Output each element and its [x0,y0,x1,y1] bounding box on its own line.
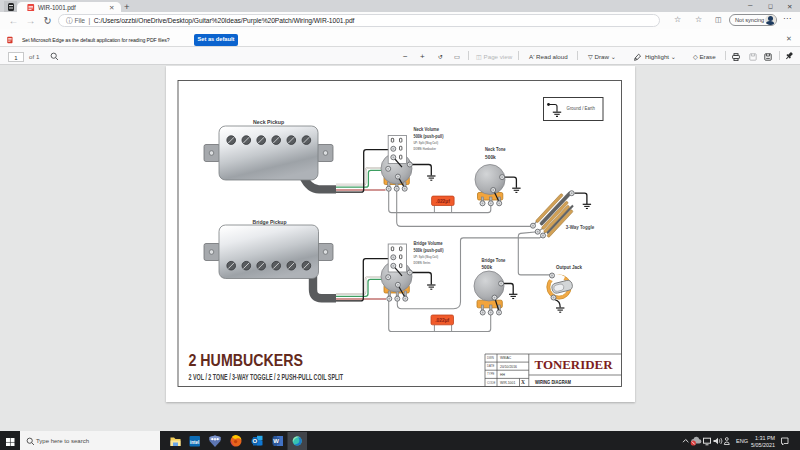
svg-text:500k: 500k [481,264,492,270]
svg-text:HH: HH [500,373,505,377]
svg-text:20/10/2016: 20/10/2016 [500,365,517,369]
svg-text:DOWN: Humbucker: DOWN: Humbucker [414,146,437,151]
svg-text:5/05/2021: 5/05/2021 [751,441,775,447]
svg-text:W: W [273,438,279,444]
svg-text:.022µf: .022µf [435,317,449,323]
svg-text:500k (push-pull): 500k (push-pull) [414,133,444,139]
svg-text:Ground / Earth: Ground / Earth [567,106,596,111]
svg-text:Bridge Pickup: Bridge Pickup [253,218,287,225]
svg-text:2 HUMBUCKERS: 2 HUMBUCKERS [189,351,304,369]
svg-text:WIR-1001: WIR-1001 [500,381,515,385]
svg-text:TONERIDER: TONERIDER [535,358,614,372]
svg-text:WIRING DIAGRAM: WIRING DIAGRAM [535,379,571,385]
svg-text:2 VOL / 2 TONE / 3-WAY TOGGLE: 2 VOL / 2 TONE / 3-WAY TOGGLE / 2 PUSH-P… [189,372,344,382]
svg-text:DWN: DWN [487,356,494,360]
svg-text:CODE: CODE [487,381,495,385]
svg-text:.022µf: .022µf [436,198,450,204]
svg-text:intel: intel [190,439,199,444]
svg-text:TYPE: TYPE [487,372,495,376]
svg-text:3-Way Toggle: 3-Way Toggle [566,224,595,230]
svg-text:O: O [252,438,257,444]
svg-text:X: X [521,379,525,385]
svg-text:UP: Split (Slug Coil): UP: Split (Slug Coil) [414,140,439,145]
svg-text:500k: 500k [485,154,496,160]
svg-text:ENG: ENG [736,438,748,444]
svg-text:Output Jack: Output Jack [556,264,583,270]
svg-text:Neck Tone: Neck Tone [485,146,506,152]
svg-text:DATE: DATE [487,364,495,368]
svg-text:WBIAC: WBIAC [500,356,512,360]
svg-text:1:31 PM: 1:31 PM [755,435,776,441]
svg-text:Neck Volume: Neck Volume [414,126,440,132]
svg-text:500k (push-pull): 500k (push-pull) [414,247,444,253]
svg-text:Neck Pickup: Neck Pickup [253,118,284,125]
svg-text:Bridge Volume: Bridge Volume [414,240,444,246]
svg-text:UP: Split (Slug Coil): UP: Split (Slug Coil) [414,254,439,259]
svg-text:DOWN: Series: DOWN: Series [414,260,431,265]
svg-text:Bridge Tone: Bridge Tone [481,257,506,263]
